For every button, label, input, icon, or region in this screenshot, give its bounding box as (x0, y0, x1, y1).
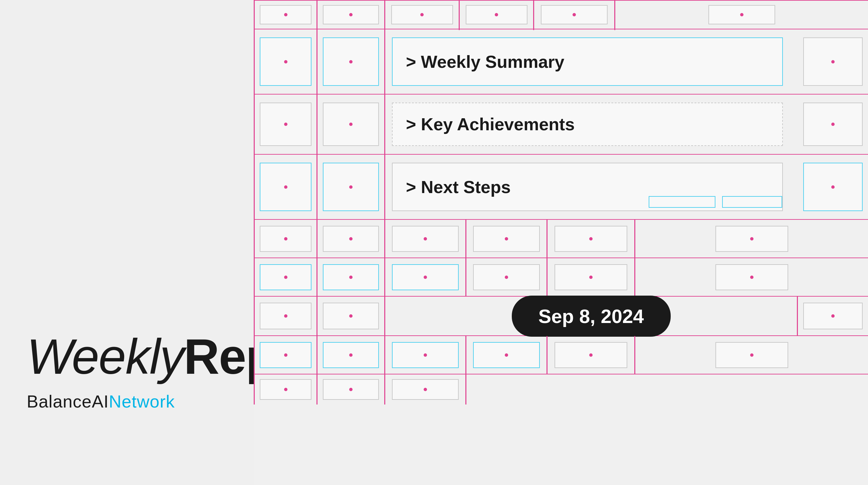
key-achievements-card: > Key Achievements (385, 102, 793, 146)
cell-r7-5 (548, 342, 634, 368)
cell-r8-2 (317, 379, 384, 400)
cell-r8-1 (255, 379, 316, 400)
cell-dot (750, 237, 753, 241)
cell-plain-2 (317, 102, 384, 146)
cell-r5-1 (255, 264, 316, 290)
cell-dot (572, 13, 576, 17)
cell-r7-4 (466, 342, 547, 368)
cell-dot (284, 237, 287, 241)
cell-dot (349, 388, 352, 391)
grid-container: > Weekly Summary > Key Achievements (254, 0, 868, 485)
cell (317, 5, 384, 24)
cell-dot (349, 354, 352, 357)
cell (534, 5, 614, 24)
cell-dot (349, 123, 352, 126)
cell-right (798, 37, 868, 86)
cell-r7-6 (635, 342, 868, 368)
brand-line: BalanceAINetwork (27, 392, 254, 412)
cell-dot (349, 276, 352, 279)
cell-r4-1 (255, 226, 316, 252)
cell-dot (505, 354, 508, 357)
cell-blue-ns-right (798, 163, 868, 211)
cell-r5-2 (317, 264, 384, 290)
cell-dot (750, 354, 753, 357)
cell-blue-ns (255, 163, 316, 211)
cell-dot (424, 276, 427, 279)
cell-blue-ns-2 (317, 163, 384, 211)
cell-dot (349, 13, 352, 17)
next-steps-card: > Next Steps (385, 163, 793, 211)
cell-dot (505, 276, 508, 279)
cell-dot (589, 276, 593, 279)
cell-dot (740, 13, 743, 17)
cell (385, 5, 459, 24)
grid-row-weekly-summary: > Weekly Summary (254, 29, 868, 94)
cell-plain (255, 102, 316, 146)
cell-date-2 (317, 303, 384, 329)
cell-dot (831, 60, 835, 63)
cell-dot (424, 388, 427, 391)
cell-dot (284, 314, 287, 317)
cell-r5-3 (385, 264, 465, 290)
cell-dot (495, 13, 498, 17)
cell-dot (831, 185, 835, 189)
cell-dot (349, 60, 352, 63)
cell-r4-4 (466, 226, 547, 252)
grid-row-next-steps: > Next Steps (254, 155, 868, 220)
cell-dot (349, 237, 352, 241)
cell-r4-2 (317, 226, 384, 252)
cell-blue (317, 37, 384, 86)
cell-dot (831, 314, 835, 317)
cell (615, 5, 868, 24)
cell-r5-4 (466, 264, 547, 290)
cell-r5-5 (548, 264, 634, 290)
key-achievements-label: > Key Achievements (406, 114, 575, 134)
cell-date-right (798, 303, 868, 329)
cell (460, 5, 533, 24)
weekly-summary-label: > Weekly Summary (406, 52, 564, 72)
cell-dot (284, 123, 287, 126)
weekly-summary-card: > Weekly Summary (385, 37, 793, 86)
cell-dot (284, 354, 287, 357)
cell-dot (750, 276, 753, 279)
cell-dot (284, 13, 287, 17)
cell-dot (349, 185, 352, 189)
grid-row-4 (254, 220, 868, 258)
cell-r8-3 (385, 379, 465, 400)
grid-row-7 (254, 336, 868, 374)
grid-row-key-achievements: > Key Achievements (254, 94, 868, 155)
cell-r7-1 (255, 342, 316, 368)
cell-dot (424, 237, 427, 241)
brand-name: BalanceAI (27, 392, 109, 411)
cell-dot (284, 60, 287, 63)
cell-dot (589, 354, 593, 357)
cell-small-blue (255, 37, 316, 86)
brand-network: Network (109, 392, 175, 411)
cell-r7-3 (385, 342, 465, 368)
date-badge-cell: Sep 8, 2024 (385, 296, 797, 337)
main-title: WeeklyReport (27, 332, 254, 382)
cell-r4-3 (385, 226, 465, 252)
right-panel: > Weekly Summary > Key Achievements (254, 0, 868, 485)
cell-dot (420, 13, 424, 17)
grid-row-0 (254, 0, 868, 29)
title-weekly: Weekly (27, 329, 184, 384)
cell-date-1 (255, 303, 316, 329)
cell-dot (424, 354, 427, 357)
cell-dot (284, 185, 287, 189)
cell-r5-6 (635, 264, 868, 290)
cell-r4-6 (635, 226, 868, 252)
cell-dot (589, 237, 593, 241)
cell-r4-5 (548, 226, 634, 252)
cell-dot (505, 237, 508, 241)
grid-row-5 (254, 258, 868, 297)
cell-dot (831, 123, 835, 126)
grid-row-8 (254, 374, 868, 404)
cell-right-2 (798, 102, 868, 146)
next-steps-label: > Next Steps (406, 177, 511, 197)
date-badge: Sep 8, 2024 (512, 296, 671, 337)
cell-dot (284, 276, 287, 279)
v-div (465, 374, 466, 404)
cell (255, 5, 316, 24)
cell-dot (349, 314, 352, 317)
